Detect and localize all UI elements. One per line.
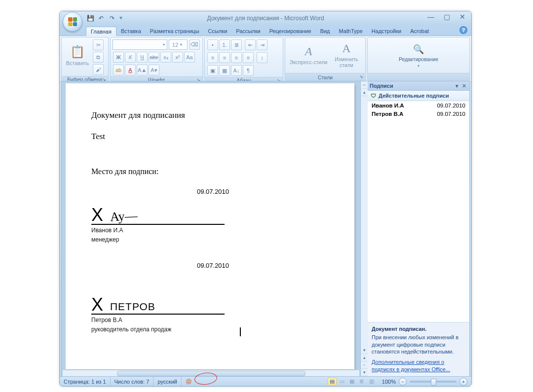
outline-view-icon[interactable]: ≣ bbox=[357, 378, 366, 386]
highlight-color-icon[interactable]: ab bbox=[113, 65, 124, 75]
tab-mailings[interactable]: Рассылки bbox=[231, 27, 265, 36]
tab-addins[interactable]: Надстройки bbox=[367, 27, 406, 36]
splitter-handle-icon[interactable]: ─ bbox=[361, 81, 368, 89]
help-icon[interactable]: ? bbox=[459, 26, 467, 34]
tab-review[interactable]: Рецензирование bbox=[265, 27, 316, 36]
signature-row[interactable]: Иванов И.А 09.07.2010 bbox=[368, 101, 469, 109]
chevron-down-icon: ▾ bbox=[418, 64, 419, 68]
increase-indent-icon[interactable]: ⇥ bbox=[257, 39, 267, 50]
editing-button[interactable]: 🔍 Редактирование ▾ bbox=[370, 39, 467, 72]
tab-home[interactable]: Главная bbox=[86, 27, 116, 36]
pane-footer: Документ подписан. При внесении любых из… bbox=[368, 322, 469, 376]
signatures-help-link[interactable]: Дополнительные сведения о подписях в док… bbox=[372, 359, 450, 372]
status-page[interactable]: Страница: 1 из 1 bbox=[60, 377, 111, 386]
sort-icon[interactable]: A↓ bbox=[231, 65, 242, 76]
tab-mathtype[interactable]: MathType bbox=[335, 27, 367, 36]
number-list-icon[interactable]: 1. bbox=[219, 39, 230, 50]
zoom-controls: 100% − + bbox=[378, 378, 471, 386]
status-word-count[interactable]: Число слов: 7 bbox=[111, 377, 154, 386]
zoom-in-button[interactable]: + bbox=[459, 378, 467, 386]
group-styles: A Экспресс-стили A Изменить стили Стили … bbox=[285, 37, 366, 81]
doc-title: Документ для подписания bbox=[91, 110, 335, 121]
align-right-icon[interactable]: ≡ bbox=[231, 52, 242, 63]
tab-insert[interactable]: Вставка bbox=[116, 27, 146, 36]
bold-icon[interactable]: Ж bbox=[113, 52, 124, 63]
pane-close-icon[interactable]: ✕ bbox=[460, 83, 467, 89]
align-center-icon[interactable]: ≡ bbox=[219, 52, 230, 63]
office-button[interactable] bbox=[63, 12, 82, 32]
pane-menu-icon[interactable]: ▾ bbox=[454, 83, 460, 89]
strike-icon[interactable]: abc bbox=[149, 52, 159, 63]
zoom-value[interactable]: 100% bbox=[382, 379, 396, 385]
document-area[interactable]: Документ для подписания Test Место для п… bbox=[61, 81, 361, 377]
signature-seal-icon: 🏵 bbox=[186, 378, 192, 385]
sig-x-icon: X bbox=[91, 296, 103, 314]
tab-references[interactable]: Ссылки bbox=[204, 27, 232, 36]
zoom-slider[interactable] bbox=[410, 381, 457, 383]
group-paragraph: • 1. ≣ ⇤ ⇥ ≡ ≡ ≡ ≡ ↕ ▣ ▦ bbox=[204, 37, 283, 81]
status-language[interactable]: русский bbox=[153, 377, 181, 386]
tab-view[interactable]: Вид bbox=[316, 27, 335, 36]
close-button[interactable]: ✕ bbox=[457, 12, 468, 21]
cert-icon: 🛡 bbox=[371, 93, 376, 99]
web-layout-view-icon[interactable]: ▦ bbox=[347, 378, 356, 386]
prev-page-icon[interactable]: ▴ bbox=[361, 354, 368, 361]
paste-button[interactable]: 📋 Вставить bbox=[64, 39, 91, 71]
line-spacing-icon[interactable]: ↕ bbox=[257, 52, 267, 63]
format-painter-icon[interactable]: 🖌 bbox=[93, 64, 104, 75]
signature-row[interactable]: Петров В.А 09.07.2010 bbox=[368, 109, 469, 118]
italic-icon[interactable]: К bbox=[125, 52, 136, 63]
browse-object-icon[interactable]: ◦ bbox=[361, 361, 368, 369]
document-content: Документ для подписания Test Место для п… bbox=[66, 83, 354, 333]
group-editing: 🔍 Редактирование ▾ bbox=[367, 37, 470, 81]
scroll-down-icon[interactable]: ▾ bbox=[361, 347, 368, 354]
change-case-icon[interactable]: Aa bbox=[184, 52, 195, 63]
change-styles-label: Изменить стили bbox=[330, 57, 363, 68]
align-left-icon[interactable]: ≡ bbox=[207, 52, 218, 63]
handwritten-signature-icon: Ay— bbox=[110, 207, 138, 225]
clear-formatting-icon[interactable]: ⌫ bbox=[190, 39, 200, 50]
underline-icon[interactable]: Ч bbox=[137, 52, 148, 63]
pane-titlebar[interactable]: Подписи ▾ ✕ bbox=[368, 81, 469, 91]
draft-view-icon[interactable]: ▥ bbox=[367, 378, 376, 386]
group-font: ▾ 12 ▾ ⌫ Ж К Ч abc x₂ x² bbox=[110, 37, 203, 81]
quick-styles-button[interactable]: A Экспресс-стили bbox=[287, 39, 330, 71]
bullet-list-icon[interactable]: • bbox=[207, 39, 218, 50]
tab-page-layout[interactable]: Разметка страницы bbox=[146, 27, 204, 36]
horizontal-scrollbar[interactable] bbox=[63, 370, 359, 376]
justify-icon[interactable]: ≡ bbox=[243, 52, 254, 63]
launcher-icon[interactable]: ↘ bbox=[358, 74, 364, 80]
minimize-button[interactable]: — bbox=[425, 12, 437, 21]
font-color-icon[interactable]: A bbox=[125, 65, 136, 75]
borders-icon[interactable]: ▦ bbox=[219, 65, 230, 76]
status-signature[interactable]: 🏵 bbox=[182, 377, 196, 386]
fullscreen-reading-view-icon[interactable]: ▭ bbox=[338, 378, 346, 386]
change-styles-button[interactable]: A Изменить стили bbox=[330, 39, 363, 71]
multilevel-list-icon[interactable]: ≣ bbox=[231, 39, 242, 50]
next-page-icon[interactable]: ▾ bbox=[361, 369, 368, 376]
scroll-up-icon[interactable]: ▴ bbox=[361, 89, 368, 96]
cut-icon[interactable]: ✂ bbox=[93, 39, 104, 50]
show-marks-icon[interactable]: ¶ bbox=[243, 65, 254, 76]
superscript-icon[interactable]: x² bbox=[172, 52, 183, 63]
page: Документ для подписания Test Место для п… bbox=[66, 83, 354, 369]
group-clipboard: 📋 Вставить ✂ ⧉ 🖌 Буфер обмена ↘ bbox=[61, 37, 109, 81]
tab-acrobat[interactable]: Acrobat bbox=[406, 27, 433, 36]
subscript-icon[interactable]: x₂ bbox=[160, 52, 171, 63]
sig1-name: Иванов И.А bbox=[91, 226, 335, 234]
print-layout-view-icon[interactable]: ▤ bbox=[328, 378, 337, 386]
signature-block-1[interactable]: 09.07.2010 X Ay— Иванов И.А менеджер bbox=[91, 187, 335, 244]
shading-icon[interactable]: ▣ bbox=[207, 65, 218, 76]
text-cursor bbox=[240, 327, 241, 336]
zoom-out-button[interactable]: − bbox=[399, 378, 407, 386]
font-family-combo[interactable]: ▾ bbox=[113, 39, 167, 50]
zoom-slider-thumb[interactable] bbox=[431, 379, 436, 386]
grow-font-icon[interactable]: A▲ bbox=[137, 65, 148, 75]
signature-block-2[interactable]: 09.07.2010 X ПЕТРОВ Петров В.А руководит… bbox=[91, 261, 335, 333]
decrease-indent-icon[interactable]: ⇤ bbox=[245, 39, 256, 50]
shrink-font-icon[interactable]: A▾ bbox=[149, 65, 159, 75]
maximize-button[interactable]: ▢ bbox=[441, 12, 453, 21]
font-size-combo[interactable]: 12 ▾ bbox=[169, 39, 188, 50]
copy-icon[interactable]: ⧉ bbox=[93, 52, 104, 63]
scrollbar-thumb[interactable] bbox=[117, 371, 305, 376]
